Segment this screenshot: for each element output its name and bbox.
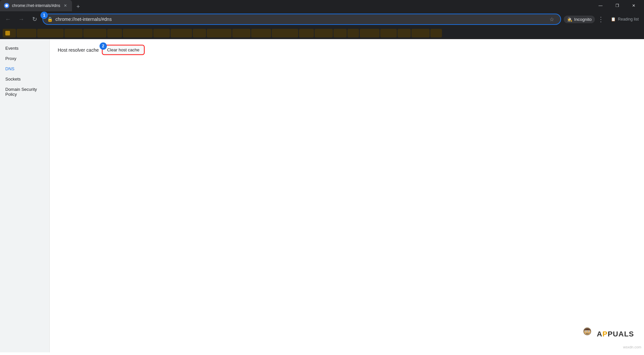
main-content-area: Host resolver cache 2 Clear host cache: [50, 39, 644, 352]
active-tab[interactable]: chrome://net-internals/#dns ✕: [0, 0, 72, 11]
incognito-icon: 🕵: [567, 17, 572, 22]
new-tab-button[interactable]: +: [73, 2, 83, 11]
address-bar-row: ← → ↻ 1 🔒 chrome://net-internals/#dns ☆ …: [0, 11, 644, 27]
bookmark-item[interactable]: [64, 29, 83, 37]
svg-point-4: [585, 331, 586, 332]
wsxdn-watermark: wsxdn.com: [623, 344, 641, 350]
annotation-badge-2: 2: [100, 42, 107, 50]
bookmark-item[interactable]: [123, 29, 153, 37]
bookmark-favicon-icon: [5, 31, 10, 35]
reading-list-icon: 📋: [611, 17, 616, 22]
annotation-badge-1: 1: [40, 12, 48, 19]
sidebar-item-events[interactable]: Events: [0, 43, 49, 53]
incognito-button[interactable]: 🕵 Incognito: [564, 16, 595, 23]
tab-bar: chrome://net-internals/#dns ✕ +: [0, 0, 593, 11]
bookmark-item[interactable]: [397, 29, 411, 37]
bookmark-item[interactable]: [272, 29, 298, 37]
bookmark-item[interactable]: [207, 29, 232, 37]
bookmark-item[interactable]: [299, 29, 314, 37]
reading-list-label: Reading list: [618, 17, 639, 22]
bookmark-item[interactable]: [83, 29, 107, 37]
bookmark-item[interactable]: [333, 29, 347, 37]
sidebar-item-dns[interactable]: DNS: [0, 64, 49, 74]
bookmark-item[interactable]: [153, 29, 170, 37]
svg-point-5: [588, 331, 589, 332]
sidebar-item-sockets[interactable]: Sockets: [0, 74, 49, 84]
bookmark-item[interactable]: [232, 29, 250, 37]
appuals-watermark: APPUALS: [579, 326, 634, 342]
bookmark-item[interactable]: [347, 29, 359, 37]
bookmark-star-icon[interactable]: ☆: [547, 15, 556, 24]
page-content: Events Proxy DNS Sockets Domain Security…: [0, 39, 644, 352]
sidebar: Events Proxy DNS Sockets Domain Security…: [0, 39, 50, 352]
tab-close-button[interactable]: ✕: [63, 3, 68, 8]
dns-section: Host resolver cache 2 Clear host cache: [58, 46, 636, 54]
bookmark-item[interactable]: [411, 29, 430, 37]
sidebar-item-domain-security[interactable]: Domain Security Policy: [0, 84, 49, 99]
secure-icon: 🔒: [47, 17, 53, 22]
bookmark-item[interactable]: [315, 29, 333, 37]
reload-button[interactable]: ↻: [29, 14, 40, 25]
bookmark-item[interactable]: [360, 29, 380, 37]
tab-title: chrome://net-internals/#dns: [12, 3, 60, 8]
bookmark-item[interactable]: [171, 29, 192, 37]
bookmark-item[interactable]: [380, 29, 397, 37]
watermark-text: wsxdn.com: [623, 345, 641, 349]
tab-bar-row: chrome://net-internals/#dns ✕ + — ❐ ✕: [0, 0, 644, 11]
host-resolver-cache-label: Host resolver cache: [58, 47, 99, 53]
sidebar-item-proxy[interactable]: Proxy: [0, 53, 49, 64]
tab-favicon-icon: [4, 3, 9, 8]
close-button[interactable]: ✕: [626, 0, 641, 11]
maximize-button[interactable]: ❐: [609, 0, 625, 11]
incognito-label: Incognito: [574, 17, 592, 22]
clear-host-cache-button[interactable]: Clear host cache: [103, 46, 144, 54]
browser-actions: 🕵 Incognito ⋮: [564, 15, 606, 24]
address-bar[interactable]: 1 🔒 chrome://net-internals/#dns ☆: [42, 14, 561, 25]
bookmark-item[interactable]: [430, 29, 442, 37]
window-controls: — ❐ ✕: [593, 0, 644, 11]
minimize-button[interactable]: —: [593, 0, 608, 11]
forward-button[interactable]: →: [16, 14, 27, 25]
bookmark-item[interactable]: [17, 29, 36, 37]
back-button[interactable]: ←: [3, 14, 13, 25]
reading-list-button[interactable]: 📋 Reading list: [608, 16, 641, 23]
bookmark-item[interactable]: [37, 29, 64, 37]
more-options-button[interactable]: ⋮: [596, 15, 606, 24]
url-display: chrome://net-internals/#dns: [55, 17, 547, 22]
clear-button-wrapper: 2 Clear host cache: [103, 46, 144, 54]
appuals-mascot-icon: [579, 326, 596, 342]
bookmarks-bar: [0, 27, 644, 39]
appuals-logo-text: APPUALS: [597, 330, 634, 338]
browser-window: chrome://net-internals/#dns ✕ + — ❐ ✕ ← …: [0, 0, 644, 352]
bookmark-item[interactable]: [251, 29, 271, 37]
bookmark-item[interactable]: [107, 29, 122, 37]
bookmark-item[interactable]: [193, 29, 206, 37]
bookmark-item[interactable]: [3, 29, 16, 37]
